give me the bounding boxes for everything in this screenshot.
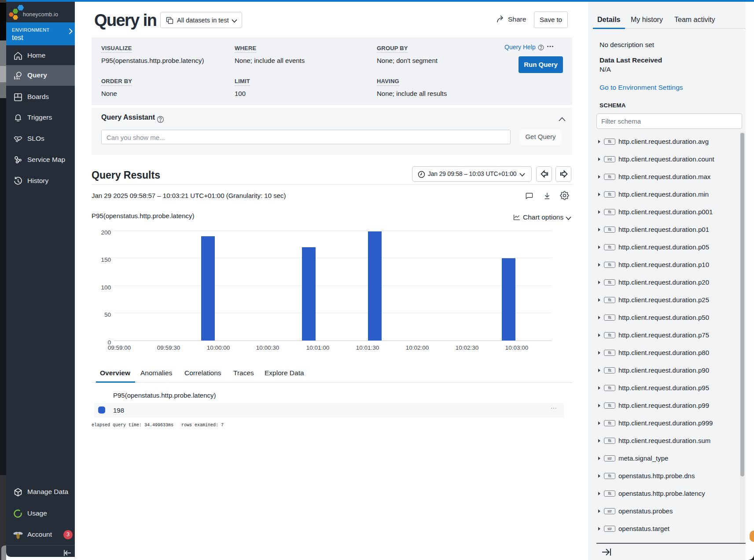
svg-text:10:02:00: 10:02:00	[406, 344, 429, 351]
svg-text:10:01:30: 10:01:30	[356, 344, 379, 351]
svg-text:09:59:00: 09:59:00	[108, 344, 131, 351]
svg-text:100: 100	[101, 284, 111, 291]
svg-text:50: 50	[104, 311, 111, 318]
svg-text:10:00:00: 10:00:00	[207, 344, 230, 351]
svg-text:150: 150	[101, 256, 111, 263]
svg-text:10:02:30: 10:02:30	[456, 344, 479, 351]
svg-text:10:03:00: 10:03:00	[505, 344, 529, 351]
svg-text:10:00:30: 10:00:30	[256, 344, 280, 351]
svg-text:10:01:00: 10:01:00	[306, 344, 330, 351]
svg-text:200: 200	[101, 229, 111, 236]
svg-text:09:59:30: 09:59:30	[157, 344, 180, 351]
